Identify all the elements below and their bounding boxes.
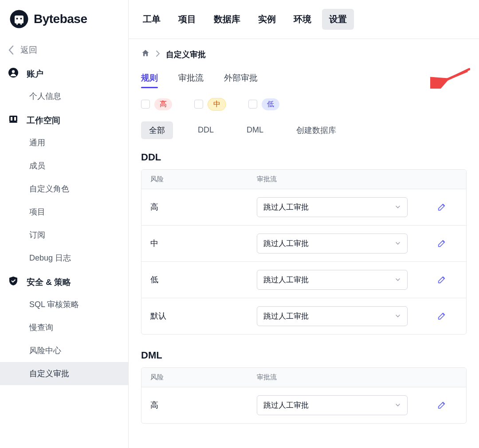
topnav-item[interactable]: 项目: [171, 9, 203, 30]
col-risk: 风险: [150, 373, 257, 382]
edit-button[interactable]: [436, 201, 448, 213]
approval-flow-select[interactable]: 跳过人工审批: [257, 234, 408, 253]
rule-row: 低跳过人工审批: [141, 262, 466, 298]
section-title: 账户: [27, 68, 43, 80]
sidebar-section-header: 账户: [0, 61, 128, 85]
svg-rect-2: [16, 21, 18, 25]
checkbox[interactable]: [141, 100, 150, 109]
sidebar-item[interactable]: 自定义角色: [0, 177, 128, 200]
risk-filter-low[interactable]: 低: [248, 98, 279, 110]
approval-flow-select[interactable]: 跳过人工审批: [257, 270, 408, 290]
topnav-item[interactable]: 设置: [322, 9, 354, 30]
chevron-right-icon: [156, 50, 160, 59]
section-title: 安全 & 策略: [27, 277, 71, 288]
chevron-left-icon: [8, 45, 14, 55]
edit-button[interactable]: [436, 310, 448, 322]
chevron-down-icon: [395, 277, 401, 283]
risk-filter-mid[interactable]: 中: [194, 98, 226, 111]
sidebar: Bytebase 返回 账户个人信息工作空间通用成员自定义角色项目订阅Debug…: [0, 0, 129, 448]
svg-rect-9: [11, 117, 12, 121]
topnav-item[interactable]: 数据库: [207, 9, 247, 30]
sidebar-item[interactable]: 个人信息: [0, 85, 128, 108]
sidebar-section-header: 安全 & 策略: [0, 269, 128, 293]
sidebar-item[interactable]: Debug 日志: [0, 246, 128, 269]
content-tab[interactable]: 审批流: [178, 72, 204, 88]
col-flow: 审批流: [257, 175, 426, 183]
workspace-icon: [8, 114, 19, 127]
rule-table: 风险审批流高跳过人工审批: [141, 367, 467, 424]
shield-icon: [8, 276, 19, 288]
type-filter-chip[interactable]: 创建数据库: [288, 121, 344, 139]
select-value: 跳过人工审批: [263, 202, 309, 212]
svg-point-7: [12, 70, 15, 73]
svg-point-5: [20, 18, 22, 19]
home-icon[interactable]: [141, 49, 150, 60]
user-circle-icon: [8, 67, 19, 80]
brand-mark-icon: [10, 10, 28, 28]
topnav-item[interactable]: 环境: [287, 9, 318, 30]
approval-flow-select[interactable]: 跳过人工审批: [257, 306, 408, 326]
rule-row: 高跳过人工审批: [141, 189, 466, 226]
checkbox[interactable]: [194, 100, 203, 109]
sidebar-item[interactable]: SQL 审核策略: [0, 293, 128, 316]
select-value: 跳过人工审批: [263, 275, 309, 285]
content-tab[interactable]: 规则: [141, 72, 158, 88]
sidebar-item[interactable]: 风险中心: [0, 339, 128, 362]
col-risk: 风险: [150, 175, 257, 183]
sidebar-item[interactable]: 订阅: [0, 223, 128, 246]
chevron-down-icon: [395, 402, 401, 408]
approval-flow-select[interactable]: 跳过人工审批: [257, 395, 408, 415]
edit-button[interactable]: [436, 237, 448, 249]
approval-flow-select[interactable]: 跳过人工审批: [257, 197, 408, 217]
pill-low: 低: [262, 98, 279, 110]
sidebar-item[interactable]: 慢查询: [0, 316, 128, 339]
risk-filter-row: 高 中 低: [141, 98, 467, 111]
rule-row: 高跳过人工审批: [141, 387, 466, 423]
sidebar-item[interactable]: 项目: [0, 200, 128, 223]
risk-filter-high[interactable]: 高: [141, 98, 172, 110]
pill-mid: 中: [208, 98, 226, 111]
rule-table: 风险审批流高跳过人工审批中跳过人工审批低跳过人工审批默认跳过人工审批: [141, 169, 467, 335]
select-value: 跳过人工审批: [263, 400, 309, 410]
edit-button[interactable]: [436, 399, 448, 411]
select-value: 跳过人工审批: [263, 311, 309, 321]
breadcrumb-current: 自定义审批: [166, 49, 206, 60]
risk-label: 高: [150, 400, 257, 410]
page-content: 自定义审批 规则审批流外部审批 高 中 低 全部DDLDML创建数据库 DDL风: [129, 39, 479, 448]
chevron-down-icon: [395, 204, 401, 210]
edit-icon: [437, 202, 447, 212]
svg-rect-3: [20, 21, 22, 25]
svg-rect-8: [9, 116, 17, 122]
edit-icon: [437, 400, 447, 410]
rule-row: 默认跳过人工审批: [141, 298, 466, 334]
svg-point-4: [16, 18, 18, 19]
main-area: 工单项目数据库实例环境设置: [129, 0, 479, 448]
content-tab[interactable]: 外部审批: [224, 72, 258, 88]
rule-row: 中跳过人工审批: [141, 226, 466, 262]
breadcrumb: 自定义审批: [141, 49, 467, 60]
rule-section-title: DML: [141, 350, 467, 361]
type-filter-chip[interactable]: DML: [239, 122, 271, 138]
checkbox[interactable]: [248, 100, 257, 109]
sidebar-item[interactable]: 成员: [0, 154, 128, 177]
pill-high: 高: [154, 98, 172, 110]
back-button[interactable]: 返回: [0, 39, 128, 61]
risk-label: 中: [150, 238, 257, 249]
select-value: 跳过人工审批: [263, 238, 309, 249]
chevron-down-icon: [395, 240, 401, 246]
edit-button[interactable]: [436, 273, 448, 286]
topnav-item[interactable]: 实例: [251, 9, 283, 30]
type-filter-chip[interactable]: DDL: [190, 122, 222, 138]
svg-rect-1: [15, 16, 24, 23]
sidebar-item[interactable]: 通用: [0, 131, 128, 154]
svg-rect-11: [9, 122, 17, 123]
edit-icon: [437, 275, 447, 284]
topnav-item[interactable]: 工单: [136, 9, 168, 30]
type-filter-chip[interactable]: 全部: [141, 121, 173, 139]
brand-name: Bytebase: [34, 12, 87, 26]
back-label: 返回: [20, 44, 37, 56]
brand-logo[interactable]: Bytebase: [0, 4, 128, 39]
type-filter-row: 全部DDLDML创建数据库: [141, 121, 467, 139]
svg-rect-10: [14, 117, 16, 121]
sidebar-item[interactable]: 自定义审批: [0, 362, 128, 385]
